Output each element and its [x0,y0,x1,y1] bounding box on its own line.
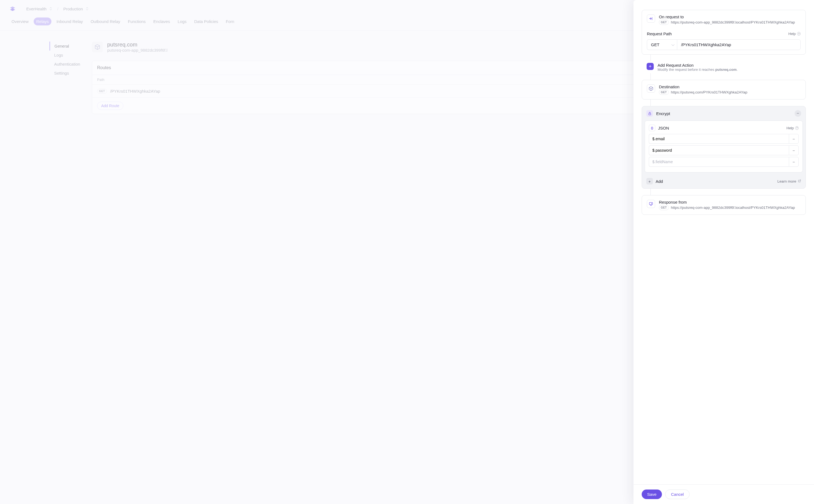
field-row: − [649,157,799,167]
route-method-badge: GET [97,89,107,94]
json-icon: {} [649,125,655,131]
json-card: {} JSON Help ? − − [645,121,803,172]
flow-connector [651,99,651,106]
request-in-icon [647,14,655,23]
relay-cube-icon [92,42,103,52]
cancel-button[interactable]: Cancel [665,490,690,499]
encrypt-remove-button[interactable]: − [795,110,801,117]
encrypt-title: Encrypt [656,111,670,116]
breadcrumb-separator: / [55,7,60,11]
encrypt-add[interactable]: + Add [646,178,663,184]
help-icon: ? [797,32,801,36]
response-icon [647,200,655,208]
tab-relays[interactable]: Relays [34,17,52,25]
field-remove-button[interactable]: − [789,134,799,144]
destination-url: https://putsreq.com/PYKrs01THWXghka2AYap [671,90,747,94]
destination-method: GET [659,90,669,95]
json-title: JSON [658,126,669,130]
field-input-email[interactable] [649,134,789,144]
plus-icon: + [646,178,653,184]
add-request-action-button[interactable]: + [647,63,654,70]
on-request-title: On request to [659,14,801,19]
destination-title: Destination [659,84,747,89]
field-input-new[interactable] [649,157,789,167]
sidebar-item-logs[interactable]: Logs [50,51,74,60]
breadcrumb-app[interactable]: EverHealth [26,7,52,11]
tab-functions[interactable]: Functions [125,17,148,25]
tab-form[interactable]: Forn [223,17,237,25]
encrypt-add-label: Add [656,179,663,184]
add-request-action-sub: Modify the request before it reaches put… [658,68,738,72]
sidebar-item-settings[interactable]: Settings [50,69,74,78]
tab-overview[interactable]: Overview [9,17,31,25]
on-request-card: On request to GET https://putsreq-com-ap… [642,10,806,55]
breadcrumb-env-label: Production [63,7,83,11]
tab-enclaves[interactable]: Enclaves [151,17,173,25]
sidebar-item-authentication[interactable]: Authentication [50,60,74,69]
destination-cube-icon [647,84,655,93]
drawer-footer: Save Cancel [634,484,814,504]
field-row: − [649,145,799,155]
request-path-heading: Request Path [647,31,672,36]
field-remove-button[interactable]: − [789,145,799,155]
destination-card: Destination GET https://putsreq.com/PYKr… [642,80,806,99]
method-select[interactable]: GET [647,39,677,50]
response-card: Response from GET https://putsreq-com-ap… [642,195,806,215]
save-button[interactable]: Save [642,490,662,499]
request-path-help[interactable]: Help ? [788,32,801,36]
response-title: Response from [659,200,795,204]
sidebar-item-general[interactable]: General [49,42,74,51]
tab-logs[interactable]: Logs [175,17,189,25]
breadcrumb-app-label: EverHealth [26,7,46,11]
chevron-down-icon [672,43,675,46]
app-logo [9,5,17,13]
on-request-url: https://putsreq-com-app_9882dc399f6f.loc… [671,20,795,24]
json-help[interactable]: Help ? [786,126,799,130]
field-row: − [649,134,799,144]
field-input-password[interactable] [649,145,789,155]
method-select-value: GET [651,42,660,47]
svg-rect-0 [649,113,651,115]
external-link-icon [798,179,801,183]
field-remove-button[interactable]: − [789,157,799,167]
learn-more-link[interactable]: Learn more [777,179,801,183]
response-method: GET [659,205,669,210]
svg-rect-1 [649,203,653,205]
relay-title: putsreq.com [107,42,167,48]
flow-connector [651,189,651,195]
add-request-action: + Add Request Action Modify the request … [642,61,806,73]
encrypt-card: Encrypt − {} JSON Help ? − [642,106,806,189]
add-route-button[interactable]: Add Route [97,102,123,110]
relay-subtitle: putsreq-com-app_9882dc399f6f.l [107,48,167,52]
route-path: /PYKrs01THWXghka2AYap [110,89,160,93]
response-url: https://putsreq-com-app_9882dc399f6f.loc… [671,206,795,210]
breadcrumb-env[interactable]: Production [63,7,89,11]
lock-icon [646,110,653,117]
path-input[interactable] [677,39,801,50]
help-icon: ? [795,126,799,130]
tab-data-policies[interactable]: Data Policies [191,17,221,25]
flow-connector [651,73,651,80]
route-drawer: On request to GET https://putsreq-com-ap… [634,0,814,504]
request-path-group: GET [647,39,801,50]
tab-outbound-relay[interactable]: Outbound Relay [88,17,123,25]
sidebar: General Logs Authentication Settings [9,42,74,114]
drawer-body: On request to GET https://putsreq-com-ap… [634,0,814,484]
flow-connector [651,55,651,61]
tab-inbound-relay[interactable]: Inbound Relay [54,17,86,25]
on-request-method: GET [659,20,669,25]
add-request-action-title: Add Request Action [658,63,738,68]
